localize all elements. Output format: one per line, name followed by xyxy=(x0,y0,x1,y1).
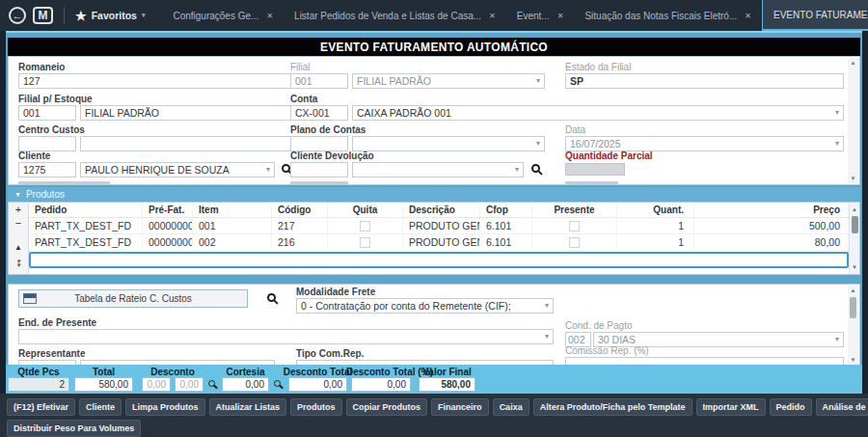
distribuir-peso-button[interactable]: Distribuir Peso Para Volumes xyxy=(7,420,141,437)
cliente-devolucao-select[interactable]: ▾ xyxy=(352,162,524,178)
cliente-devolucao-code-input[interactable] xyxy=(290,162,348,178)
col-pre-fat[interactable]: Pré-Fat. xyxy=(143,203,193,217)
quita-checkbox[interactable] xyxy=(360,221,370,232)
tab-event[interactable]: Event... ✕ xyxy=(506,0,575,31)
row-add-button[interactable]: + xyxy=(12,203,26,216)
desconto-search-icon[interactable] xyxy=(208,380,215,387)
limpa-produtos-button[interactable]: Limpa Produtos xyxy=(125,398,205,416)
row-move-up-button[interactable]: ▲ xyxy=(12,241,26,255)
product-row[interactable]: PART_TX_DEST_FD 0000000036 001 217 PRODU… xyxy=(29,218,849,234)
col-preco[interactable]: Preço xyxy=(694,203,849,217)
topbar-left: ← M ★ Favoritos ▾ xyxy=(0,0,152,31)
scroll-up-icon[interactable]: ▲ xyxy=(851,286,856,295)
presente-checkbox[interactable] xyxy=(569,221,580,232)
app-logo[interactable]: M xyxy=(33,7,53,24)
produtos-section-label: Produtos xyxy=(26,189,65,200)
back-button[interactable]: ← xyxy=(9,7,26,24)
close-icon[interactable]: ✕ xyxy=(557,12,564,20)
row-remove-button[interactable]: − xyxy=(12,216,26,230)
col-codigo[interactable]: Código xyxy=(272,203,328,217)
scroll-down-icon[interactable]: ▼ xyxy=(851,174,856,183)
rateio-custos-button[interactable]: Tabela de Rateio C. Custos xyxy=(18,289,248,308)
close-icon[interactable]: ✕ xyxy=(489,12,496,20)
scroll-thumb[interactable] xyxy=(850,297,856,318)
header-form-panel: Romaneio 127 Filial 001 FILIAL PADRÃO ▾ … xyxy=(8,56,860,185)
centro-custos-code-input[interactable] xyxy=(18,136,76,151)
cliente-search-icon[interactable] xyxy=(282,164,290,173)
tab-strip: Configurações Ge... ✕ Listar Pedidos de … xyxy=(162,0,868,31)
form-scrollbar[interactable]: ▲ ▼ xyxy=(848,58,858,183)
tab-situacao-nfe[interactable]: Situação das Notas Fiscais Eletró... ✕ xyxy=(574,0,762,31)
grid-header-row: Pedido Pré-Fat. Item Código Quita Descri… xyxy=(29,203,849,218)
caixa-button[interactable]: Caixa xyxy=(493,398,529,416)
estado-filial-input[interactable]: SP xyxy=(565,73,844,89)
cliente-code-input[interactable]: 1275 xyxy=(18,162,76,178)
cliente-button[interactable]: Cliente xyxy=(79,398,122,416)
efetivar-button[interactable]: (F12) Efetivar xyxy=(7,398,75,416)
col-descricao[interactable]: Descrição xyxy=(403,203,480,217)
conta-select[interactable]: CAIXA PADRÃO 001 ▾ xyxy=(352,105,844,121)
row-jump-down-button[interactable]: ▾▾ xyxy=(12,257,26,270)
cell-preco: 80,00 xyxy=(694,234,849,250)
modalidade-frete-select[interactable]: 0 - Contratação por conta do Remetente (… xyxy=(296,298,554,314)
cortesia-input[interactable]: 0,00 xyxy=(222,377,269,392)
atualizar-listas-button[interactable]: Atualizar Listas xyxy=(209,398,287,416)
filial-code-input[interactable]: 001 xyxy=(290,73,348,89)
scroll-down-icon[interactable]: ▼ xyxy=(851,355,856,365)
cell-descricao: PRODUTO GENÉRIC... xyxy=(403,234,480,250)
end-presente-select[interactable]: ▾ xyxy=(18,329,554,344)
cortesia-search-icon[interactable] xyxy=(274,380,281,387)
produtos-grid: Pedido Pré-Fat. Item Código Quita Descri… xyxy=(29,203,849,274)
scroll-thumb[interactable] xyxy=(852,216,858,233)
produtos-section-header[interactable]: ▼ Produtos xyxy=(8,187,860,202)
scroll-up-icon[interactable]: ▲ xyxy=(851,58,856,68)
scroll-down-icon[interactable]: ▼ xyxy=(852,262,857,272)
cliente-select[interactable]: PAULO HENRIQUE DE SOUZA ▾ xyxy=(80,162,275,178)
desconto-input-2[interactable]: 0,00 xyxy=(175,377,203,392)
page-title: EVENTO FATURAMENTO AUTOMÁTICO xyxy=(320,41,548,54)
details-scrollbar[interactable]: ▲ ▼ xyxy=(848,286,858,365)
plano-contas-code-input[interactable] xyxy=(290,136,348,151)
tab-configuracoes[interactable]: Configurações Ge... ✕ xyxy=(162,0,284,31)
produtos-button[interactable]: Produtos xyxy=(290,398,342,416)
desconto-total-label: Desconto Total xyxy=(279,367,357,377)
grid-scrollbar[interactable]: ▲ ▼ xyxy=(849,203,859,274)
data-select[interactable]: 16/07/2025 ▾ xyxy=(565,136,844,151)
quita-checkbox[interactable] xyxy=(360,237,370,248)
chevron-down-icon: ▾ xyxy=(542,333,549,341)
plano-contas-select[interactable]: ▾ xyxy=(352,136,545,151)
copiar-produtos-button[interactable]: Copiar Produtos xyxy=(346,398,428,416)
col-quita[interactable]: Quita xyxy=(328,203,403,217)
close-icon[interactable]: ✕ xyxy=(745,12,751,20)
favorites-button[interactable]: ★ Favoritos ▾ xyxy=(75,9,145,23)
product-row[interactable]: PART_TX_DEST_FD 0000000036 002 216 PRODU… xyxy=(29,234,849,251)
product-row-new-selected[interactable] xyxy=(29,252,849,268)
estado-filial-label: Estado da Filial xyxy=(565,62,631,72)
col-pedido[interactable]: Pedido xyxy=(29,203,143,217)
col-quant[interactable]: Quant. xyxy=(617,203,694,217)
conta-code-input[interactable]: CX-001 xyxy=(290,105,348,121)
rateio-search-icon[interactable] xyxy=(267,293,276,302)
scroll-up-icon[interactable]: ▲ xyxy=(852,205,857,214)
cliente-devolucao-search-icon[interactable] xyxy=(531,164,540,173)
filial-select[interactable]: FILIAL PADRÃO ▾ xyxy=(352,73,545,89)
desconto-total-pct-label: Desconto Total (%) xyxy=(346,367,416,377)
col-item[interactable]: Item xyxy=(193,203,272,217)
importar-xml-button[interactable]: Importar XML xyxy=(696,398,766,416)
filial-estoque-code-input[interactable]: 001 xyxy=(18,105,76,121)
desconto-input-1[interactable]: 0,00 xyxy=(142,377,171,392)
altera-produto-template-button[interactable]: Altera Produto/Ficha pelo Template xyxy=(533,398,692,416)
cell-quita xyxy=(328,234,403,250)
presente-checkbox[interactable] xyxy=(569,237,580,248)
analise-credito-button[interactable]: Análise de Crédito xyxy=(816,398,868,416)
col-cfop[interactable]: Cfop xyxy=(480,203,532,217)
pedido-button[interactable]: Pedido xyxy=(770,398,812,416)
page-title-bar: EVENTO FATURAMENTO AUTOMÁTICO xyxy=(8,38,860,56)
tab-listar-pedidos[interactable]: Listar Pedidos de Venda e Listas de Casa… xyxy=(284,0,506,31)
chevron-down-icon: ▾ xyxy=(263,166,270,174)
col-presente[interactable]: Presente xyxy=(532,203,617,217)
tab-evento-faturamento-active[interactable]: EVENTO FATURAMENTO AUTOMÁ... ✕ xyxy=(762,0,868,31)
action-button-bar: (F12) Efetivar Cliente Limpa Produtos At… xyxy=(0,394,868,437)
financeiro-button[interactable]: Financeiro xyxy=(431,398,489,416)
close-icon[interactable]: ✕ xyxy=(266,12,273,20)
